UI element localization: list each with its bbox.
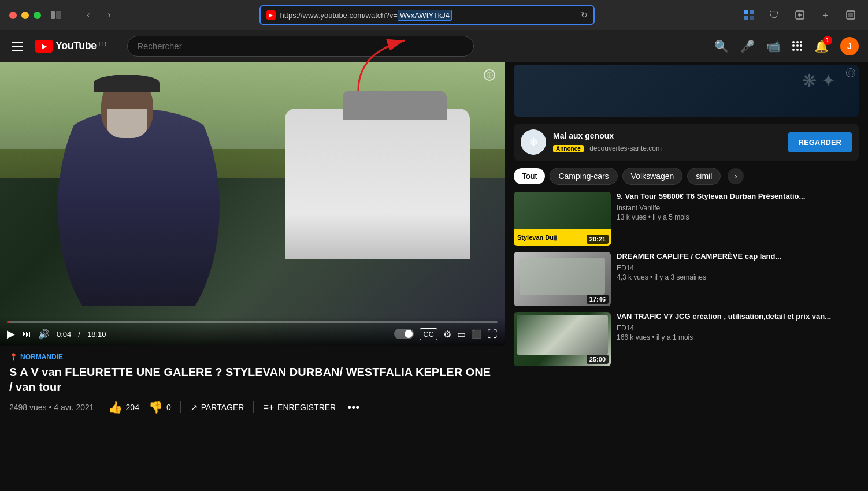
- rec-channel-2: ED14: [617, 264, 859, 272]
- user-avatar[interactable]: J: [840, 37, 859, 55]
- filter-chip-tout[interactable]: Tout: [514, 168, 545, 184]
- extensions-icon[interactable]: [741, 7, 757, 23]
- time-separator: /: [78, 330, 80, 339]
- rec-info-3: VAN TRAFIC V7 JCG création , utilisation…: [617, 312, 859, 366]
- ad-logo: ❄: [521, 129, 546, 155]
- volume-button[interactable]: 🔊: [38, 329, 50, 340]
- more-button[interactable]: •••: [347, 401, 359, 414]
- shield-icon[interactable]: 🛡: [766, 7, 782, 23]
- share-button[interactable]: ↗ PARTAGER: [190, 402, 244, 413]
- rec-views-2: 4,3 k vues: [617, 273, 648, 281]
- date-separator: •: [49, 403, 54, 412]
- theater-button[interactable]: ▭: [457, 329, 466, 340]
- save-button[interactable]: ≡+ ENREGISTRER: [263, 402, 336, 412]
- dislike-icon: 👎: [149, 400, 163, 414]
- settings-button[interactable]: ⚙: [443, 329, 451, 340]
- ad-info-icon[interactable]: ⓘ: [846, 68, 855, 77]
- recommended-video-3[interactable]: 25:00 VAN TRAFIC V7 JCG création , utili…: [514, 312, 859, 366]
- dislike-button[interactable]: 👎 0: [149, 400, 171, 414]
- close-button[interactable]: [9, 12, 17, 19]
- svg-rect-3: [750, 10, 754, 14]
- video-background: [0, 62, 505, 346]
- new-tab-icon[interactable]: ＋: [817, 7, 833, 23]
- ad-title: Mal aux genoux: [553, 131, 781, 140]
- ad-meta: Annonce decouvertes-sante.com: [553, 143, 781, 153]
- ad-sparkles-decoration: ❋ ✦: [802, 70, 836, 91]
- progress-bar[interactable]: [7, 321, 498, 323]
- subtitles-button[interactable]: CC: [420, 328, 437, 340]
- ad-url: decouvertes-sante.com: [589, 144, 662, 152]
- notifications-button[interactable]: 🔔 1: [814, 39, 829, 53]
- search-bar[interactable]: Rechercher: [127, 36, 474, 57]
- filter-row: Tout Camping-cars Volkswagen simil ›: [514, 168, 859, 185]
- svg-rect-0: [51, 11, 55, 19]
- svg-rect-4: [744, 16, 748, 20]
- notification-badge: 1: [823, 36, 832, 45]
- sidebar-toggle-icon[interactable]: [48, 7, 64, 23]
- video-info: 📍 NORMANDIE S A V van FLEURETTE UNE GALE…: [0, 346, 505, 421]
- url-highlight: WvxAWtYTkJ4: [398, 10, 452, 21]
- reload-button[interactable]: ↻: [581, 10, 588, 20]
- person-cap: [94, 75, 160, 92]
- rec-meta-2: 4,3 k vues • il y a 3 semaines: [617, 273, 859, 281]
- browser-nav: ‹ ›: [80, 7, 117, 23]
- progress-fill: [7, 321, 9, 323]
- search-icon[interactable]: 🔍: [714, 39, 729, 53]
- minimize-button[interactable]: [21, 12, 29, 19]
- create-video-icon[interactable]: 📹: [766, 39, 781, 53]
- back-button[interactable]: ‹: [80, 7, 97, 23]
- next-button[interactable]: ⏭: [22, 329, 31, 339]
- miniplayer-button[interactable]: ⬛: [472, 329, 481, 339]
- rec-title-3: VAN TRAFIC V7 JCG création , utilisation…: [617, 312, 859, 322]
- youtube-locale: FR: [99, 41, 106, 47]
- fullscreen-button[interactable]: ⛶: [487, 328, 498, 340]
- rec-channel-1: Instant Vanlife: [617, 204, 859, 212]
- ad-cta-button[interactable]: REGARDER: [788, 132, 852, 152]
- van-body: [285, 109, 470, 259]
- person-beard: [107, 109, 147, 138]
- filter-arrow-button[interactable]: ›: [728, 168, 744, 184]
- share-label: PARTAGER: [201, 403, 244, 412]
- tab-overview-icon[interactable]: [843, 7, 859, 23]
- location-text: NORMANDIE: [20, 353, 63, 361]
- url-bar-container: https://www.youtube.com/watch?v=WvxAWtYT…: [136, 5, 718, 25]
- rec-channel-3: ED14: [617, 324, 859, 332]
- action-divider-2: [253, 401, 254, 413]
- youtube-logo-text: YouTube: [55, 40, 97, 52]
- video-player[interactable]: ⓘ ▶ ⏭ 🔊 0:04 / 18:10 CC ⚙: [0, 62, 505, 346]
- autoplay-toggle[interactable]: [394, 329, 414, 339]
- video-controls: ▶ ⏭ 🔊 0:04 / 18:10 CC ⚙ ▭ ⬛ ⛶: [0, 317, 505, 346]
- view-count: 2498 vues: [9, 403, 47, 412]
- like-button[interactable]: 👍 204: [108, 400, 139, 414]
- recommended-video-1[interactable]: II Stylevan Du▮ 20:21 9. Van Tour 59800€…: [514, 192, 859, 246]
- titlebar-right: 🛡 ＋: [741, 7, 859, 23]
- ad-banner[interactable]: ❋ ✦ ⓘ: [514, 65, 859, 117]
- maximize-button[interactable]: [34, 12, 41, 19]
- filter-chip-volkswagen[interactable]: Volkswagen: [622, 168, 683, 185]
- rec-age-2: il y a 3 semaines: [655, 273, 706, 281]
- microphone-icon[interactable]: 🎤: [740, 39, 755, 53]
- recommended-video-2[interactable]: 17:46 DREAMER CAPLIFE / CAMPERÈVE cap la…: [514, 252, 859, 306]
- apps-icon[interactable]: [792, 41, 803, 51]
- rec-age-1: il y a 5 mois: [652, 213, 689, 221]
- ad-badge: Annonce: [553, 145, 584, 152]
- hamburger-menu[interactable]: [9, 39, 25, 53]
- filter-chip-camping-cars[interactable]: Camping-cars: [550, 168, 617, 185]
- youtube-logo[interactable]: YouTube FR: [35, 40, 106, 53]
- youtube-header: YouTube FR Rechercher 🔍 🎤 📹 🔔 1 J: [0, 30, 868, 62]
- header-right-actions: 🔍 🎤 📹 🔔 1 J: [714, 37, 859, 55]
- filter-chip-simil[interactable]: simil: [687, 168, 721, 185]
- share-icon[interactable]: [792, 7, 808, 23]
- titlebar: ‹ › https://www.youtube.com/watch?v=WvxA…: [0, 0, 868, 30]
- action-divider: [180, 401, 181, 413]
- play-button[interactable]: ▶: [7, 328, 15, 340]
- url-prefix: https://www.youtube.com/watch?v=: [280, 11, 398, 20]
- video-info-icon[interactable]: ⓘ: [484, 69, 495, 81]
- url-bar[interactable]: https://www.youtube.com/watch?v=WvxAWtYT…: [259, 5, 595, 25]
- dislike-count: 0: [166, 403, 171, 412]
- forward-button[interactable]: ›: [101, 7, 117, 23]
- svg-rect-10: [848, 13, 853, 17]
- duration-3: 25:00: [587, 355, 609, 364]
- rec-title-2: DREAMER CAPLIFE / CAMPERÈVE cap land...: [617, 252, 859, 262]
- rec-thumb-1: II Stylevan Du▮ 20:21: [514, 192, 611, 246]
